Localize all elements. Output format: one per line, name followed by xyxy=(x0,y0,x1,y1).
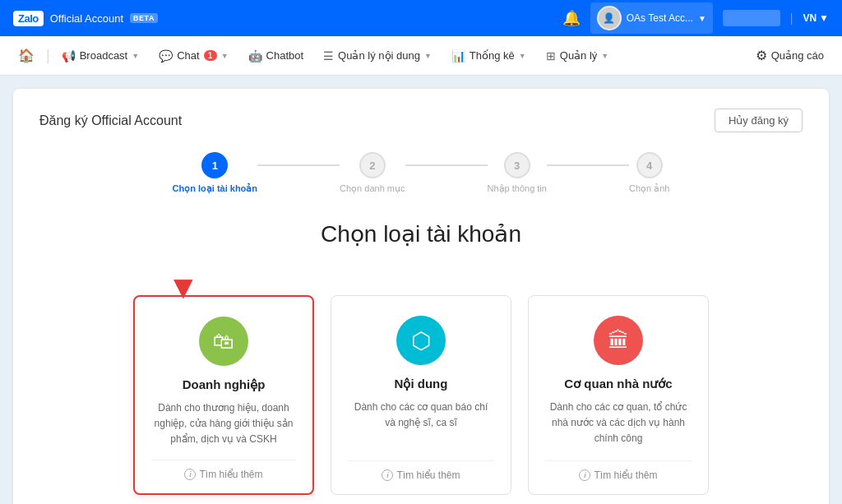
doanh-nghiep-learn-more[interactable]: i Tìm hiểu thêm xyxy=(151,460,296,480)
co-quan-desc: Dành cho các cơ quan, tổ chức nhà nước v… xyxy=(545,400,692,449)
nav-content-label: Quản lý nội dung xyxy=(338,49,420,62)
divider: | xyxy=(790,12,793,25)
manage-dropdown-icon: ▼ xyxy=(601,52,608,60)
doanh-nghiep-name: Doanh nghiệp xyxy=(183,377,266,392)
co-quan-learn-more-label: Tìm hiểu thêm xyxy=(594,469,657,481)
nav-bar: 🏠 | 📢 Broadcast ▼ 💬 Chat 1 ▼ 🤖 Chatbot ☰… xyxy=(0,36,842,76)
info-icon-3: i xyxy=(579,469,590,481)
nav-ads-label: Quảng cáo xyxy=(771,49,824,62)
doanh-nghiep-desc: Dành cho thương hiệu, doanh nghiệp, cửa … xyxy=(151,400,296,448)
card-title: Đăng ký Official Account xyxy=(39,113,182,128)
step-3-circle: 3 xyxy=(504,152,530,178)
noi-dung-icon: ⬡ xyxy=(411,327,431,354)
nav-chatbot-label: Chatbot xyxy=(266,49,304,62)
chatbot-icon: 🤖 xyxy=(248,49,262,62)
step-connector-1 xyxy=(257,164,340,166)
chat-dropdown-icon: ▼ xyxy=(221,52,229,60)
noi-dung-desc: Dành cho các cơ quan báo chí và nghệ sĩ,… xyxy=(348,400,494,449)
account-cards-grid: 🛍 Doanh nghiệp Dành cho thương hiệu, doa… xyxy=(39,295,803,495)
beta-badge: BETA xyxy=(130,13,158,23)
card-header: Đăng ký Official Account Hủy đăng ký xyxy=(39,109,803,132)
nav-content-mgmt[interactable]: ☰ Quản lý nội dung ▼ xyxy=(315,44,440,67)
down-arrow-icon: ▼ xyxy=(167,270,200,303)
nav-broadcast-label: Broadcast xyxy=(80,49,128,62)
manage-icon: ⊞ xyxy=(546,49,556,62)
broadcast-icon: 📢 xyxy=(62,49,76,62)
nav-home-button[interactable]: 🏠 xyxy=(10,41,43,70)
top-header: Zalo Official Account BETA 🔔 👤 OAs Test … xyxy=(0,0,842,36)
nav-manage-label: Quản lý xyxy=(560,49,598,62)
step-2-circle: 2 xyxy=(359,152,386,178)
account-dropdown-icon: ▼ xyxy=(698,14,706,23)
nav-stats-label: Thống kê xyxy=(470,49,515,62)
co-quan-learn-more[interactable]: i Tìm hiểu thêm xyxy=(545,460,692,481)
arrow-indicator: ▼ xyxy=(39,270,803,303)
page-card: Đăng ký Official Account Hủy đăng ký 1 C… xyxy=(13,89,829,504)
header-left: Zalo Official Account BETA xyxy=(13,11,158,26)
nav-manage[interactable]: ⊞ Quản lý ▼ xyxy=(538,44,618,67)
blurred-account-bar[interactable] xyxy=(723,10,780,26)
stats-icon: 📊 xyxy=(451,49,465,62)
content-dropdown-icon: ▼ xyxy=(424,52,432,60)
step-connector-2 xyxy=(405,164,488,166)
co-quan-name: Cơ quan nhà nước xyxy=(564,377,672,391)
card-doanh-nghiep[interactable]: 🛍 Doanh nghiệp Dành cho thương hiệu, doa… xyxy=(133,295,314,495)
step-connector-3 xyxy=(547,164,629,166)
bell-icon: 🔔 xyxy=(562,10,581,26)
content-icon: ☰ xyxy=(323,49,334,62)
notification-bell[interactable]: 🔔 xyxy=(562,9,581,27)
main-content: Đăng ký Official Account Hủy đăng ký 1 C… xyxy=(0,76,842,504)
step-3: 3 Nhập thông tin xyxy=(488,152,547,194)
step-1-label: Chọn loại tài khoản xyxy=(173,183,258,194)
step-1: 1 Chọn loại tài khoản xyxy=(173,152,258,194)
step-4-circle: 4 xyxy=(636,152,663,178)
doanh-nghiep-icon-wrap: 🛍 xyxy=(199,317,248,366)
card-noi-dung[interactable]: ⬡ Nội dung Dành cho các cơ quan báo chí … xyxy=(331,295,511,495)
doanh-nghiep-icon: 🛍 xyxy=(213,329,234,354)
noi-dung-learn-more[interactable]: i Tìm hiểu thêm xyxy=(348,460,494,481)
account-name: OAs Test Acc... xyxy=(627,12,693,24)
noi-dung-learn-more-label: Tìm hiểu thêm xyxy=(396,469,460,481)
chat-icon: 💬 xyxy=(159,49,173,62)
nav-chatbot[interactable]: 🤖 Chatbot xyxy=(240,44,312,67)
zalo-logo: Zalo xyxy=(13,11,44,26)
nav-broadcast[interactable]: 📢 Broadcast ▼ xyxy=(53,44,147,67)
info-icon-1: i xyxy=(184,469,196,480)
doanh-nghiep-learn-more-label: Tìm hiểu thêm xyxy=(199,469,262,480)
app-name: Official Account xyxy=(50,12,123,25)
step-2-label: Chọn danh mục xyxy=(340,183,405,194)
step-3-label: Nhập thông tin xyxy=(488,183,547,194)
nav-separator-1: | xyxy=(46,47,50,64)
step-1-circle: 1 xyxy=(201,152,228,178)
nav-chat-label: Chat xyxy=(177,49,199,62)
noi-dung-name: Nội dung xyxy=(395,377,448,391)
nav-ads[interactable]: ⚙ Quảng cáo xyxy=(747,43,832,68)
card-co-quan[interactable]: 🏛 Cơ quan nhà nước Dành cho các cơ quan,… xyxy=(528,295,709,495)
account-selector[interactable]: 👤 OAs Test Acc... ▼ xyxy=(590,2,713,34)
step-2: 2 Chọn danh mục xyxy=(340,152,405,194)
avatar: 👤 xyxy=(597,6,622,30)
step-4-label: Chọn ảnh xyxy=(629,183,669,194)
lang-dropdown-icon: ▼ xyxy=(819,12,829,24)
nav-stats[interactable]: 📊 Thống kê ▼ xyxy=(443,44,534,67)
info-icon-2: i xyxy=(382,469,393,481)
page-main-title: Chọn loại tài khoản xyxy=(39,220,803,247)
cancel-button[interactable]: Hủy đăng ký xyxy=(715,109,803,132)
lang-label: VN xyxy=(803,12,817,24)
nav-chat[interactable]: 💬 Chat 1 ▼ xyxy=(150,44,236,67)
stats-dropdown-icon: ▼ xyxy=(519,52,526,60)
step-4: 4 Chọn ảnh xyxy=(629,152,669,194)
broadcast-dropdown-icon: ▼ xyxy=(132,52,139,60)
header-right: 🔔 👤 OAs Test Acc... ▼ | VN ▼ xyxy=(562,2,829,34)
noi-dung-icon-wrap: ⬡ xyxy=(396,316,446,365)
stepper: 1 Chọn loại tài khoản 2 Chọn danh mục 3 … xyxy=(39,152,803,194)
co-quan-icon-wrap: 🏛 xyxy=(594,316,643,365)
chat-badge: 1 xyxy=(204,50,217,61)
co-quan-icon: 🏛 xyxy=(608,328,629,354)
ads-settings-icon: ⚙ xyxy=(756,48,767,63)
language-selector[interactable]: VN ▼ xyxy=(803,12,829,24)
